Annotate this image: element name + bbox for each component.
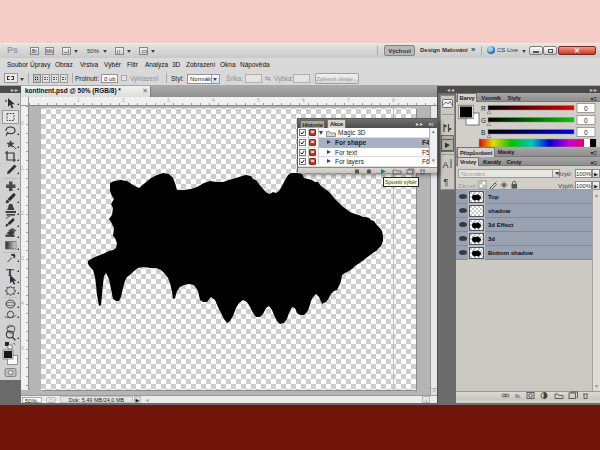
svg-text:0: 0 [584,129,588,136]
svg-text:fx.: fx. [515,393,521,399]
svg-text:B: B [481,129,485,136]
svg-text:0: 0 [584,117,588,124]
svg-text:A: A [443,160,449,170]
svg-text:0: 0 [584,105,588,112]
svg-text:¶: ¶ [444,177,449,187]
svg-text:G: G [481,117,486,124]
svg-text:R: R [481,105,486,112]
